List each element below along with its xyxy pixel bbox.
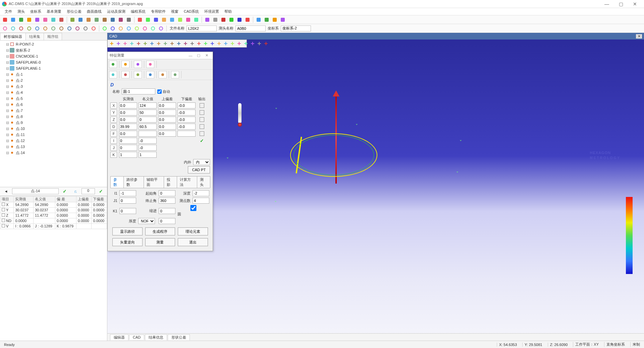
- tree-view[interactable]: ⊟R-POINT-2⊟坐标系-2⊟CNCMODE-1⊟SAFEPLANE-0⊟S…: [0, 41, 107, 187]
- menu-形位公差[interactable]: 形位公差: [64, 8, 84, 15]
- tree-tab-0[interactable]: 树形编辑器: [0, 33, 26, 40]
- bottom-tab-0[interactable]: 编辑器: [110, 334, 128, 340]
- tb1-btn-14[interactable]: [117, 16, 124, 23]
- tree-item[interactable]: ⊟点-10: [1, 126, 106, 132]
- tb2-btn-7[interactable]: [58, 25, 65, 32]
- menu-环境设置[interactable]: 环境设置: [202, 8, 222, 15]
- menu-专用软件[interactable]: 专用软件: [148, 8, 168, 15]
- tb1-btn-4[interactable]: [34, 16, 41, 23]
- tree-item[interactable]: ⊟点-4: [1, 89, 106, 95]
- tb2-btn-12[interactable]: [101, 25, 108, 32]
- tb1-btn-19[interactable]: [160, 16, 168, 23]
- tb1-btn-16[interactable]: [136, 16, 144, 23]
- tb1-btn-24[interactable]: [204, 16, 211, 23]
- tb1-btn-5[interactable]: [42, 16, 49, 23]
- menu-运动及探测[interactable]: 运动及探测: [104, 8, 128, 15]
- tb1-btn-29[interactable]: [244, 16, 251, 23]
- tb1-btn-9[interactable]: [77, 16, 84, 23]
- tree-item[interactable]: ⊟点-2: [1, 77, 106, 83]
- tb2-btn-18[interactable]: [149, 25, 157, 32]
- tb1-btn-31[interactable]: [263, 16, 270, 23]
- tree-item[interactable]: ⊟点-5: [1, 95, 106, 101]
- mid-zero[interactable]: 0: [82, 188, 95, 194]
- tb1-btn-23[interactable]: [193, 16, 200, 23]
- tree-item[interactable]: ⊟点-13: [1, 144, 106, 150]
- tb1-btn-22[interactable]: [184, 16, 192, 23]
- tree-item[interactable]: ⊟点-7: [1, 108, 106, 114]
- tree-item[interactable]: ⊟SAFEPLANE-1: [1, 65, 106, 71]
- tb2-btn-9[interactable]: [74, 25, 81, 32]
- menu-文件[interactable]: 文件: [2, 8, 15, 15]
- tb2-btn-4[interactable]: [34, 25, 41, 32]
- tb2-btn-3[interactable]: [25, 25, 33, 32]
- tb1-btn-33[interactable]: [279, 16, 286, 23]
- tb1-btn-3[interactable]: [25, 16, 33, 23]
- tree-item[interactable]: ⊟点-8: [1, 114, 106, 120]
- tree-item[interactable]: ⊟点-6: [1, 101, 106, 108]
- tb2-btn-0[interactable]: [1, 25, 9, 32]
- tb1-btn-13[interactable]: [109, 16, 116, 23]
- tree-item[interactable]: ⊟R-POINT-2: [1, 41, 106, 47]
- tb2-btn-15[interactable]: [125, 25, 132, 32]
- tb1-btn-30[interactable]: [255, 16, 262, 23]
- tree-tab-2[interactable]: 顺序组: [44, 33, 62, 40]
- tb2-btn-11[interactable]: [90, 25, 97, 32]
- tb1-btn-20[interactable]: [168, 16, 176, 23]
- tb1-btn-7[interactable]: [58, 16, 65, 23]
- tb2-btn-10[interactable]: [82, 25, 89, 32]
- tb1-btn-1[interactable]: [9, 16, 17, 23]
- tb2-btn-6[interactable]: [50, 25, 57, 32]
- tb1-btn-26[interactable]: [220, 16, 227, 23]
- maximize-button[interactable]: ▢: [614, 0, 628, 8]
- tb1-btn-2[interactable]: [17, 16, 25, 23]
- tree-item[interactable]: ⊟CNCMODE-1: [1, 53, 106, 59]
- menu-编程系统[interactable]: 编程系统: [128, 8, 148, 15]
- probe-input[interactable]: [235, 25, 266, 31]
- tree-item[interactable]: ⊟坐标系-2: [1, 47, 106, 53]
- cad-viewport[interactable]: CAD ✕ 特征测量 — ▢ ✕ D 名称 自动: [107, 33, 644, 341]
- mid-check1-icon[interactable]: ✓: [60, 188, 69, 195]
- tb1-btn-0[interactable]: [1, 16, 9, 23]
- tb2-btn-14[interactable]: [117, 25, 124, 32]
- tree-tab-1[interactable]: 结果集: [25, 33, 44, 40]
- tb2-btn-1[interactable]: [9, 25, 17, 32]
- tb2-btn-8[interactable]: [66, 25, 73, 32]
- menu-CAD系统[interactable]: CAD系统: [181, 8, 202, 15]
- menu-曲面曲线[interactable]: 曲面曲线: [84, 8, 104, 15]
- mid-tool-icon[interactable]: ⎌: [71, 188, 80, 195]
- tb1-btn-8[interactable]: [69, 16, 76, 23]
- tb1-btn-17[interactable]: [144, 16, 152, 23]
- tb2-btn-5[interactable]: [42, 25, 49, 32]
- tree-item[interactable]: ⊟点-12: [1, 138, 106, 144]
- tb2-btn-19[interactable]: [157, 25, 165, 32]
- menu-基本测量[interactable]: 基本测量: [44, 8, 64, 15]
- tree-item[interactable]: ⊟SAFEPLANE-0: [1, 59, 106, 65]
- tb2-btn-2[interactable]: [17, 25, 25, 32]
- close-button[interactable]: ✕: [628, 0, 642, 8]
- bottom-tab-1[interactable]: CAD: [129, 335, 144, 340]
- menu-测头[interactable]: 测头: [15, 8, 28, 15]
- tree-item[interactable]: ⊟点-1: [1, 71, 106, 77]
- menu-视窗[interactable]: 视窗: [168, 8, 181, 15]
- menu-坐标系[interactable]: 坐标系: [28, 8, 44, 15]
- tree-item[interactable]: ⊟点-9: [1, 120, 106, 126]
- bottom-tab-2[interactable]: 结果信息: [145, 334, 167, 340]
- tb2-btn-16[interactable]: [133, 25, 141, 32]
- tree-item[interactable]: ⊟点-11: [1, 132, 106, 138]
- tree-item[interactable]: ⊟点-14: [1, 150, 106, 156]
- bottom-tab-3[interactable]: 形状公差: [168, 334, 190, 340]
- menu-帮助[interactable]: 帮助: [222, 8, 234, 15]
- tb1-btn-15[interactable]: [125, 16, 132, 23]
- tb1-btn-12[interactable]: [101, 16, 108, 23]
- tb1-btn-11[interactable]: [93, 16, 100, 23]
- coord-input[interactable]: [281, 25, 311, 31]
- tb1-btn-10[interactable]: [85, 16, 92, 23]
- tb1-btn-27[interactable]: [228, 16, 235, 23]
- mid-check2-icon[interactable]: ✓: [96, 188, 106, 195]
- tb1-btn-25[interactable]: [212, 16, 219, 23]
- tb1-btn-18[interactable]: [152, 16, 160, 23]
- minimize-button[interactable]: —: [600, 0, 614, 8]
- tb2-btn-17[interactable]: [141, 25, 149, 32]
- mid-combo[interactable]: 点-14: [12, 188, 59, 194]
- tb1-btn-21[interactable]: [176, 16, 184, 23]
